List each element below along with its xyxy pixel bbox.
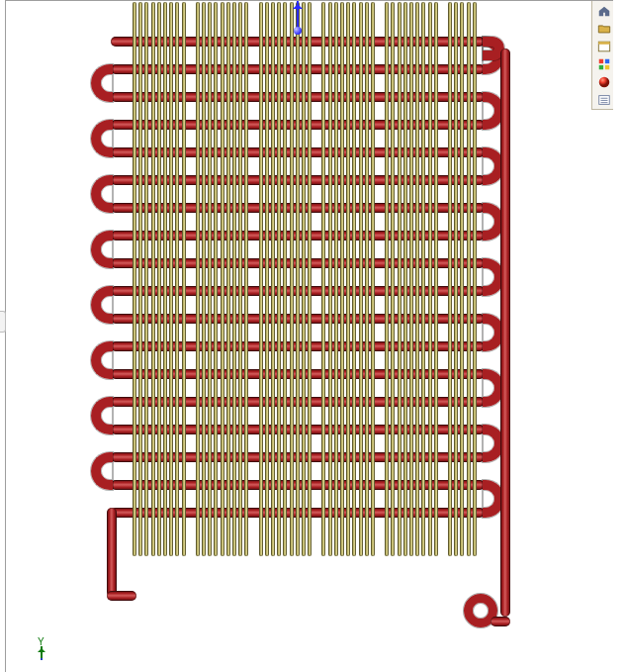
condenser-wire	[302, 2, 306, 556]
view-palette-button[interactable]	[594, 56, 613, 72]
condenser-u-bend	[91, 64, 113, 102]
condenser-wire	[448, 2, 452, 556]
condenser-wire	[238, 2, 242, 556]
condenser-wire	[163, 2, 167, 556]
condenser-wire	[221, 2, 224, 556]
condenser-wire	[208, 2, 212, 556]
custom-properties-button[interactable]	[594, 92, 613, 108]
condenser-wire	[133, 2, 136, 556]
condenser-wire	[214, 2, 218, 556]
condenser-wire	[352, 2, 356, 556]
condenser-wire	[371, 2, 375, 556]
condenser-wire	[277, 2, 281, 556]
condenser-wire	[271, 2, 275, 556]
file-explorer-button[interactable]	[594, 39, 613, 54]
condenser-wire	[196, 2, 200, 556]
svg-rect-1	[598, 42, 609, 45]
condenser-wire	[283, 2, 287, 556]
condenser-outlet-vertical	[500, 48, 510, 617]
panel-resize-handle[interactable]	[0, 311, 6, 333]
condenser-wire	[232, 2, 236, 556]
condenser-u-bend	[91, 397, 113, 434]
condenser-wire	[467, 2, 471, 556]
graphics-viewport[interactable]: Y	[5, 0, 613, 672]
condenser-wire	[144, 2, 148, 556]
condenser-wire	[340, 2, 344, 556]
condenser-tube-exit-left	[107, 591, 136, 601]
window-icon	[597, 40, 611, 53]
condenser-wire	[428, 2, 432, 556]
condenser-wire	[473, 2, 477, 556]
condenser-wire	[328, 2, 332, 556]
task-pane-toolbar	[591, 1, 613, 110]
condenser-wire	[391, 2, 395, 556]
condenser-wire	[403, 2, 407, 556]
condenser-wire	[157, 2, 161, 556]
condenser-wire	[359, 2, 363, 556]
model-scene	[6, 1, 613, 672]
condenser-wire	[434, 2, 438, 556]
solidworks-resources-button[interactable]	[594, 3, 613, 19]
condenser-wire	[244, 2, 248, 556]
svg-rect-3	[605, 59, 609, 63]
svg-point-6	[599, 77, 610, 88]
condenser-wire	[226, 2, 230, 556]
design-library-button[interactable]	[594, 21, 613, 37]
folder-icon	[597, 22, 611, 36]
condenser-tube-drop-left	[107, 508, 117, 597]
condenser-u-bend	[91, 175, 113, 213]
condenser-wire	[308, 2, 312, 556]
condenser-wire	[169, 2, 173, 556]
condenser-wire	[290, 2, 294, 556]
palette-icon	[597, 57, 611, 71]
condenser-wire	[454, 2, 458, 556]
condenser-wire	[296, 2, 300, 556]
condenser-u-bend	[91, 286, 113, 324]
appearances-button[interactable]	[594, 74, 613, 90]
condenser-wire	[151, 2, 155, 556]
svg-rect-5	[605, 65, 609, 69]
condenser-wire	[385, 2, 389, 556]
condenser-wire	[409, 2, 413, 556]
condenser-wire	[202, 2, 206, 556]
condenser-wire	[182, 2, 186, 556]
condenser-wire	[334, 2, 338, 556]
condenser-wire	[346, 2, 350, 556]
condenser-u-bend	[91, 231, 113, 268]
condenser-wire	[365, 2, 369, 556]
svg-rect-4	[599, 65, 603, 69]
condenser-wire	[415, 2, 419, 556]
condenser-wire	[321, 2, 325, 556]
home-icon	[597, 4, 611, 18]
condenser-u-bend	[91, 120, 113, 157]
condenser-wire	[259, 2, 263, 556]
condenser-wire	[175, 2, 179, 556]
sphere-icon	[597, 75, 611, 89]
condenser-wire	[421, 2, 425, 556]
condenser-wire	[460, 2, 464, 556]
condenser-u-bend	[91, 341, 113, 379]
svg-rect-2	[599, 59, 603, 63]
condenser-wire	[398, 2, 401, 556]
condenser-wire	[138, 2, 142, 556]
condenser-u-bend	[91, 452, 113, 490]
list-icon	[597, 93, 611, 107]
condenser-outlet-tail	[490, 617, 510, 626]
condenser-wire	[265, 2, 269, 556]
